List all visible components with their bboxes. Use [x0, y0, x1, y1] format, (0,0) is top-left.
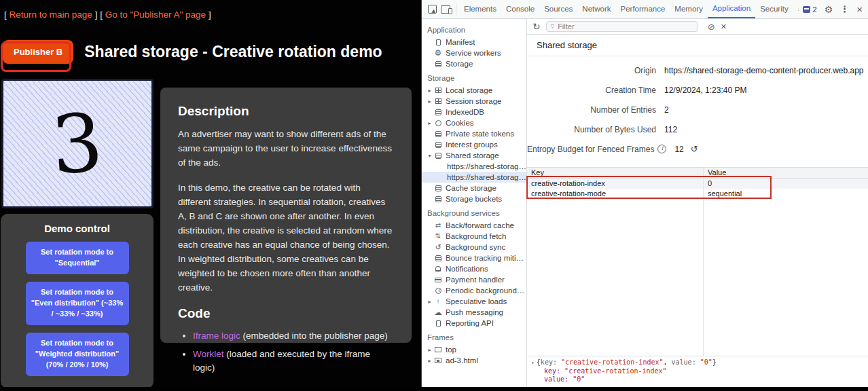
- metadata-label: Origin: [527, 66, 656, 75]
- tree-expand-arrow-icon[interactable]: ▸: [426, 347, 433, 353]
- iframe-logic-link[interactable]: Iframe logic: [193, 331, 240, 341]
- sidebar-item-notifications[interactable]: Notifications: [422, 263, 526, 274]
- filter-funnel-icon: ▽: [551, 24, 554, 29]
- sidebar-item-payment-handler[interactable]: Payment handler: [422, 274, 526, 285]
- sidebar-item-push-messaging[interactable]: Push messaging: [422, 307, 526, 318]
- publisher-a-page-link[interactable]: Go to "Publisher A" page: [105, 10, 206, 20]
- devtools-window: ElementsConsoleSourcesNetworkPerformance…: [421, 0, 868, 387]
- property-value: "0": [573, 375, 585, 383]
- property-name: value:: [544, 375, 573, 383]
- issues-count: 2: [813, 5, 817, 14]
- tab-sources[interactable]: Sources: [539, 0, 577, 18]
- more-tabs-chevron[interactable]: »: [793, 0, 799, 18]
- worklet-link[interactable]: Worklet: [193, 349, 224, 359]
- tab-console[interactable]: Console: [501, 0, 539, 18]
- tree-expand-arrow-icon[interactable]: ▸: [426, 299, 433, 305]
- clear-all-icon[interactable]: ⊘: [708, 22, 715, 32]
- sidebar-item-periodic-background-s[interactable]: Periodic background s…: [422, 285, 526, 296]
- metadata-label: Entropy Budget for Fenced Framesi: [527, 145, 666, 154]
- rotation-mode-button[interactable]: Set rotation mode to "Weighted distribut…: [26, 333, 129, 376]
- rotation-mode-button[interactable]: Set rotation mode to "Sequential": [26, 242, 129, 274]
- sidebar-item-service-workers[interactable]: Service workers: [422, 48, 526, 58]
- sidebar-item-label: Storage: [446, 60, 473, 68]
- tree-collapse-arrow-icon[interactable]: ▾: [426, 153, 433, 159]
- device-toolbar-icon[interactable]: [441, 5, 450, 14]
- divider: [456, 4, 456, 15]
- tree-expand-arrow-icon[interactable]: ▸: [426, 358, 433, 364]
- close-devtools-icon[interactable]: ×: [856, 3, 863, 15]
- tab-security[interactable]: Security: [755, 0, 793, 18]
- fetch-icon: [433, 231, 443, 241]
- more-options-icon[interactable]: ⋮: [840, 4, 849, 14]
- sidebar-item-label: Bounce tracking mitiga…: [446, 254, 526, 262]
- code-list-item: Worklet (loaded and executed by the ifra…: [193, 348, 394, 375]
- issues-badge[interactable]: 2: [803, 5, 817, 14]
- delete-selected-icon[interactable]: ✕: [721, 22, 727, 31]
- sidebar-section-title: Background services: [422, 204, 526, 220]
- metadata-value: https://shared-storage-demo-content-prod…: [664, 66, 864, 75]
- sidebar-item-cache-storage[interactable]: Cache storage: [422, 183, 526, 193]
- tree-expand-arrow-icon[interactable]: ▸: [426, 98, 433, 105]
- preview-prop-name: key:: [541, 358, 561, 366]
- return-main-page-link[interactable]: Return to main page: [10, 10, 92, 20]
- info-icon[interactable]: i: [657, 145, 666, 153]
- sidebar-item-storage-buckets[interactable]: Storage buckets: [422, 193, 526, 204]
- code-list-item: Iframe logic (embedded into the publishe…: [193, 329, 394, 343]
- tree-expand-arrow-icon[interactable]: ▸: [426, 88, 433, 94]
- sidebar-item-background-fetch[interactable]: Background fetch: [422, 231, 526, 242]
- sidebar-item-https-shared-storage-d[interactable]: https://shared-storage-d…: [422, 172, 526, 183]
- sidebar-item-speculative-loads[interactable]: ▸Speculative loads: [422, 296, 526, 307]
- sidebar-item-indexeddb[interactable]: IndexedDB: [422, 107, 526, 117]
- sidebar-item-label: Cache storage: [446, 184, 496, 192]
- table-row-creative-rotation-mode[interactable]: creative-rotation-modesequential: [527, 189, 868, 199]
- sidebar-item-back-forward-cache[interactable]: Back/forward cache: [422, 220, 526, 231]
- sidebar-item-local-storage[interactable]: ▸Local storage: [422, 85, 526, 96]
- sidebar-item-top[interactable]: ▸top: [422, 344, 526, 355]
- sidebar-item-storage[interactable]: Storage: [422, 58, 526, 69]
- publisher-b-button[interactable]: Publisher B: [3, 40, 73, 64]
- bracket: [: [100, 10, 103, 20]
- sidebar-item-label: Back/forward cache: [446, 221, 514, 229]
- sidebar-item-private-state-tokens[interactable]: Private state tokens: [422, 128, 526, 139]
- code-list: Iframe logic (embedded into the publishe…: [178, 329, 394, 375]
- sidebar-item-reporting-api[interactable]: Reporting API: [422, 318, 526, 329]
- reset-budget-icon[interactable]: ↺: [691, 144, 698, 154]
- sidebar-item-label: Interest groups: [446, 141, 498, 149]
- sidebar-section-title: Frames: [422, 329, 526, 344]
- sidebar-item-background-sync[interactable]: Background sync: [422, 242, 526, 253]
- sidebar-item-ad-3-html[interactable]: ▸ad-3.html: [422, 355, 526, 366]
- sidebar-item-shared-storage[interactable]: ▾Shared storage: [422, 150, 526, 161]
- tab-elements[interactable]: Elements: [459, 0, 501, 18]
- sidebar-item-bounce-tracking-mitiga[interactable]: Bounce tracking mitiga…: [422, 253, 526, 263]
- sidebar-item-label: Background fetch: [446, 232, 507, 240]
- tab-network[interactable]: Network: [577, 0, 615, 18]
- refresh-icon[interactable]: ↻: [532, 21, 541, 32]
- tab-application[interactable]: Application: [708, 0, 755, 18]
- preview-expand-arrow-icon[interactable]: ▾: [531, 360, 535, 366]
- sidebar-item-session-storage[interactable]: ▸Session storage: [422, 96, 526, 107]
- property-name: key:: [544, 367, 564, 375]
- devtools-tabbar: ElementsConsoleSourcesNetworkPerformance…: [422, 0, 868, 19]
- description-panel: Description An advertiser may want to sh…: [160, 88, 412, 343]
- shared-storage-view: ↻ ▽ Filter ⊘ ✕ Shared storage Originhttp…: [527, 19, 868, 387]
- sidebar-item-label: Notifications: [446, 265, 488, 273]
- tree-expand-arrow-icon[interactable]: ▸: [426, 120, 433, 126]
- sidebar-item-label: Service workers: [446, 49, 501, 57]
- sidebar-item-label: Manifest: [446, 38, 475, 46]
- sidebar-item-https-shared-storage-d[interactable]: https://shared-storage-d…: [422, 161, 526, 172]
- sidebar-item-label: Periodic background s…: [446, 286, 526, 295]
- inspect-element-icon[interactable]: [428, 5, 437, 14]
- sidebar-item-cookies[interactable]: ▸Cookies: [422, 117, 526, 128]
- tab-performance[interactable]: Performance: [616, 0, 670, 18]
- column-header-key[interactable]: Key: [527, 168, 703, 178]
- filter-input[interactable]: ▽ Filter: [546, 21, 698, 32]
- preview-object-summary[interactable]: ▾{key: "creative-rotation-index", value:…: [531, 358, 864, 367]
- table-row-creative-rotation-index[interactable]: creative-rotation-index0: [527, 179, 868, 189]
- metadata-value: 12/9/2024, 1:23:40 PM: [664, 86, 746, 95]
- sidebar-item-interest-groups[interactable]: Interest groups: [422, 139, 526, 150]
- sidebar-item-manifest[interactable]: Manifest: [422, 37, 526, 48]
- tab-memory[interactable]: Memory: [670, 0, 708, 18]
- settings-gear-icon[interactable]: ⚙: [825, 4, 833, 15]
- rotation-mode-button[interactable]: Set rotation mode to "Even distribution"…: [26, 282, 129, 325]
- column-header-value[interactable]: Value: [703, 168, 726, 178]
